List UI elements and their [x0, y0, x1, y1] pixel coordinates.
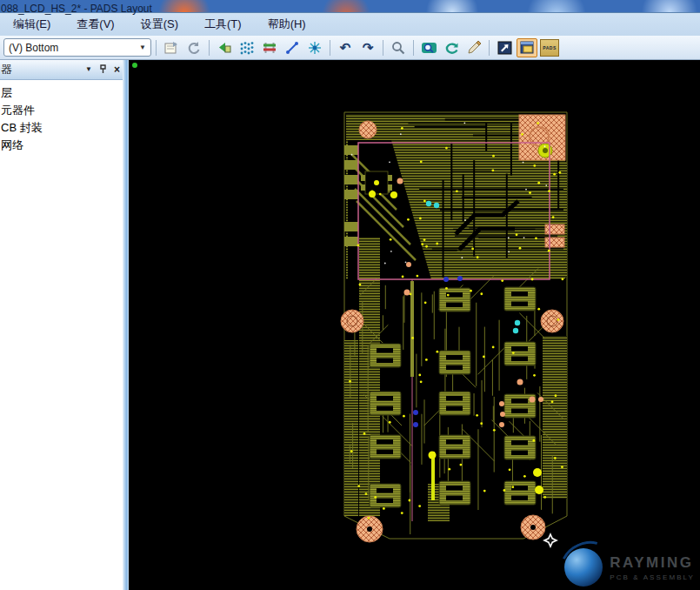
toolbar-separator — [383, 40, 383, 56]
menu-edit[interactable]: 编辑(E) — [0, 17, 63, 32]
watermark-tagline: PCB & ASSEMBLY — [610, 573, 695, 581]
watermark-brand: RAYMING — [610, 554, 695, 572]
fanout-icon[interactable] — [304, 38, 325, 57]
undo-icon[interactable]: ↶ — [335, 38, 356, 57]
origin-marker — [132, 63, 137, 68]
toolbar-separator — [156, 40, 157, 56]
menubar: 编辑(E) 查看(V) 设置(S) 工具(T) 帮助(H) — [0, 12, 700, 36]
tool-window-icon[interactable] — [494, 38, 515, 57]
pads-logo-icon[interactable]: PADS — [539, 38, 560, 57]
sheet-report-icon[interactable] — [161, 38, 182, 57]
project-explorer-panel: 器 ▼ × 层 元器件 CB 封装 网络 — [0, 60, 129, 590]
rotate-view-icon[interactable] — [441, 38, 462, 57]
design-canvas[interactable]: RAYMING PCB & ASSEMBLY — [129, 60, 700, 590]
panel-close-icon[interactable]: × — [114, 65, 120, 74]
redo-icon[interactable]: ↷ — [357, 38, 378, 57]
add-route-icon[interactable] — [282, 38, 303, 57]
layer-selector[interactable]: (V) Bottom ▼ — [3, 38, 151, 57]
toolbar-separator — [489, 40, 490, 56]
menu-tools[interactable]: 工具(T) — [191, 17, 255, 32]
tree-item-nets[interactable]: 网络 — [0, 137, 129, 154]
menu-help[interactable]: 帮助(H) — [255, 17, 319, 32]
redraw-icon[interactable] — [183, 38, 204, 57]
zoom-area-icon[interactable] — [418, 38, 439, 57]
rayming-logo-icon — [564, 548, 603, 587]
toolbar-separator — [413, 40, 414, 56]
project-explorer-tree: 层 元器件 CB 封装 网络 — [0, 80, 129, 154]
tree-item-layers[interactable]: 层 — [0, 84, 129, 102]
chevron-down-icon[interactable]: ▼ — [139, 44, 146, 51]
route-waves-icon[interactable] — [237, 38, 257, 57]
rayming-watermark: RAYMING PCB & ASSEMBLY — [564, 548, 695, 587]
window-title: 088_LCD_HS_2* - PADS Layout — [0, 3, 152, 15]
menu-setup[interactable]: 设置(S) — [128, 17, 191, 32]
pcb-board — [129, 60, 700, 590]
layer-selector-value: (V) Bottom — [9, 42, 58, 54]
panel-pin-icon[interactable] — [99, 64, 107, 76]
toolbar-separator — [330, 40, 330, 56]
layer-bars-icon[interactable] — [259, 38, 280, 57]
tree-item-pcb-decals[interactable]: CB 封装 — [0, 119, 129, 137]
brush-icon[interactable] — [463, 38, 484, 57]
layout-window-icon[interactable] — [517, 38, 537, 57]
pads-layout-window: 088_LCD_HS_2* - PADS Layout 编辑(E) 查看(V) … — [0, 0, 700, 590]
panel-menu-chevron-icon[interactable]: ▼ — [85, 65, 92, 74]
round-pad — [359, 121, 377, 138]
menu-view[interactable]: 查看(V) — [63, 17, 127, 32]
edge-connector-pads — [344, 145, 358, 246]
titlebar: 088_LCD_HS_2* - PADS Layout — [0, 0, 700, 12]
tree-item-components[interactable]: 元器件 — [0, 102, 129, 119]
toolbar-separator — [209, 40, 210, 56]
verify-design-icon[interactable] — [214, 38, 235, 57]
project-explorer-header: 器 ▼ × — [0, 60, 129, 80]
panel-title: 器 — [1, 62, 12, 77]
toolbar: (V) Bottom ▼ ↶ — [0, 36, 700, 60]
zoom-icon[interactable] — [388, 38, 409, 57]
crosshair-cursor — [544, 534, 557, 546]
